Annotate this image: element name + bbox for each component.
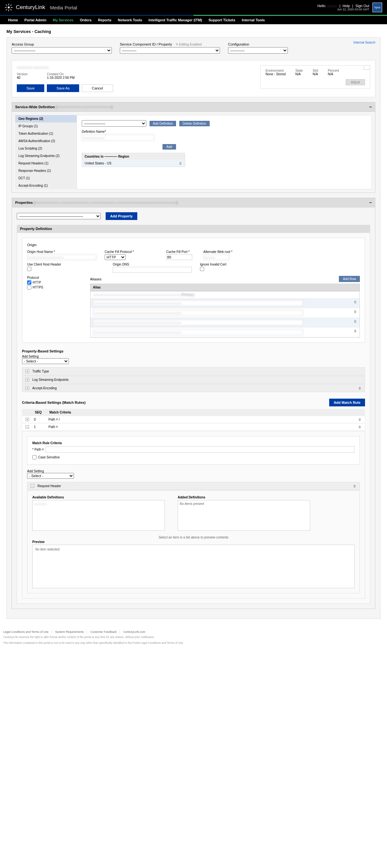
preview-box: No item selected. [32,545,355,588]
alias-input[interactable] [93,319,303,326]
http-checkbox[interactable] [27,280,31,285]
delete-icon[interactable]: 🗑 [354,310,357,316]
footer-sysreq[interactable]: System Requirements [55,630,84,633]
nav-network-tools[interactable]: Network Tools [115,16,146,24]
req-header-row[interactable]: −Request Header🗑 [27,482,360,490]
awr-input[interactable] [203,254,229,260]
cfp-select[interactable]: HTTP [105,254,126,260]
internal-search-link[interactable]: Internal Search [353,41,375,44]
expand-icon[interactable]: + [26,378,29,381]
delete-icon[interactable]: 🗑 [358,425,361,429]
add-match-rule-button[interactable]: Add Match Rule [329,399,365,406]
add-button[interactable]: Add [162,144,176,150]
swd-sidebar: Geo Regions (2) IP Groups (1) Token Auth… [15,115,76,189]
nav-reports[interactable]: Reports [95,16,115,24]
case-sensitive-checkbox[interactable] [32,455,36,459]
pbs-ae[interactable]: +Accept-Encoding🗑 [22,384,365,392]
cancel-button[interactable]: Cancel [82,84,113,92]
props-header[interactable]: Properties (——————— ———————— ——————— ———… [12,198,375,207]
property-select[interactable]: —————————————————— [17,213,101,219]
expand-icon[interactable]: + [26,370,29,373]
collapse-icon[interactable]: − [369,104,372,110]
avail-def-list[interactable]: ———— [32,500,165,531]
delete-icon[interactable]: 🗑 [354,319,357,326]
odns-label: Origin DNS [113,262,192,266]
sidebar-geo[interactable]: Geo Regions (2) [15,115,76,122]
percent-label: Percent [328,69,339,72]
add-property-button[interactable]: Add Property [106,212,137,220]
access-group-col: Access Group —————— [12,42,112,54]
iic-checkbox[interactable] [200,267,204,271]
config-select[interactable]: ———— [228,47,288,54]
header-left: CenturyLink Media Portal [5,4,77,11]
collapse-icon[interactable]: − [26,425,29,429]
nav-support-tickets[interactable]: Support Tickets [205,16,238,24]
add-definition-button[interactable]: Add Definition [150,121,176,126]
swd-title: Service-Wide Definition [15,105,55,109]
alias-input[interactable] [93,329,303,335]
delete-icon[interactable]: 🗑 [354,300,357,306]
add-setting-select-2[interactable]: - Select - [27,473,74,479]
definition-select[interactable]: —————— [82,120,146,127]
uchh-checkbox[interactable] [27,267,31,271]
svg-point-0 [8,6,10,8]
nav-portal-admin[interactable]: Portal Admin [21,16,50,24]
save-as-button[interactable]: Save As [47,84,79,92]
sidebar-ip[interactable]: IP Groups (1) [15,122,76,130]
notes-icon[interactable] [364,65,370,70]
delete-definition-button[interactable]: Delete Definition [179,121,209,126]
access-group-label: Access Group [12,42,112,46]
sidebar-dct[interactable]: DCT (1) [15,175,76,182]
adjust-button[interactable]: Adjust [346,79,365,85]
nav-itm[interactable]: Intelligent Traffic Manager (ITM) [146,16,205,24]
help-link[interactable]: Help [343,4,350,8]
expand-icon[interactable]: + [26,418,29,421]
nav-my-services[interactable]: My Services [50,16,77,24]
sidebar-resph[interactable]: Response Headers (1) [15,167,76,175]
state-label: State [295,69,303,72]
add-setting-select[interactable]: - Select - [22,358,69,364]
cfport-input[interactable] [166,254,192,260]
sidebar-aws4[interactable]: AWS4 Authentification (2) [15,137,76,145]
delete-icon[interactable]: 🗑 [358,418,361,421]
expand-icon[interactable]: + [26,386,29,390]
nav-orders[interactable]: Orders [76,16,95,24]
delete-icon[interactable]: 🗑 [179,161,182,165]
footer-feedback[interactable]: Customer Feedback [91,630,117,633]
iic-label: Ignore Invalid Cert [200,262,226,266]
pbs-traffic-type[interactable]: +Traffic Type [22,367,365,375]
save-button[interactable]: Save [17,84,44,92]
delete-icon[interactable]: 🗑 [353,484,356,488]
pbs-lse[interactable]: +Log Streaming Endpoints [22,376,365,384]
path-input[interactable] [45,446,355,453]
sidebar-ae[interactable]: Accept-Encoding (1) [15,182,76,189]
footer-site[interactable]: CenturyLink.com [123,630,146,633]
swd-header[interactable]: Service-Wide Definition (——————— ———————… [12,102,375,112]
https-checkbox[interactable] [27,285,31,289]
delete-icon[interactable]: 🗑 [354,329,357,335]
nav-bar: Home Portal Admin My Services Orders Rep… [0,16,387,24]
sidebar-token[interactable]: Token Authentication (1) [15,130,76,137]
added-def-list[interactable]: No items present [178,500,310,531]
mc-1: Path = [49,425,58,429]
sidebar-log[interactable]: Log Streaming Endpoints (2) [15,152,76,160]
scid-select[interactable]: ———— [120,47,220,54]
alias-input[interactable] [93,300,303,306]
seq-1: 1 [34,425,43,429]
nav-internal-tools[interactable]: Internal Tools [238,16,268,24]
odns-input[interactable] [113,267,192,273]
host-input[interactable] [27,254,97,260]
def-name-input[interactable] [82,134,154,141]
delete-icon[interactable]: 🗑 [358,386,361,390]
alias-input[interactable] [93,310,303,316]
nav-home[interactable]: Home [5,16,21,24]
collapse-icon[interactable]: − [369,200,372,205]
footer-legal[interactable]: Legal Conditions and Terms of Use [3,630,49,633]
signout-link[interactable]: Sign Out [355,4,369,8]
collapse-icon[interactable]: − [31,484,34,488]
proto-label: Protocol [27,276,43,279]
sidebar-reqh[interactable]: Request Headers (1) [15,160,76,167]
sidebar-lua[interactable]: Lua Scripting (2) [15,145,76,152]
add-row-button[interactable]: Add Row [339,276,360,282]
access-group-select[interactable]: —————— [12,47,112,54]
